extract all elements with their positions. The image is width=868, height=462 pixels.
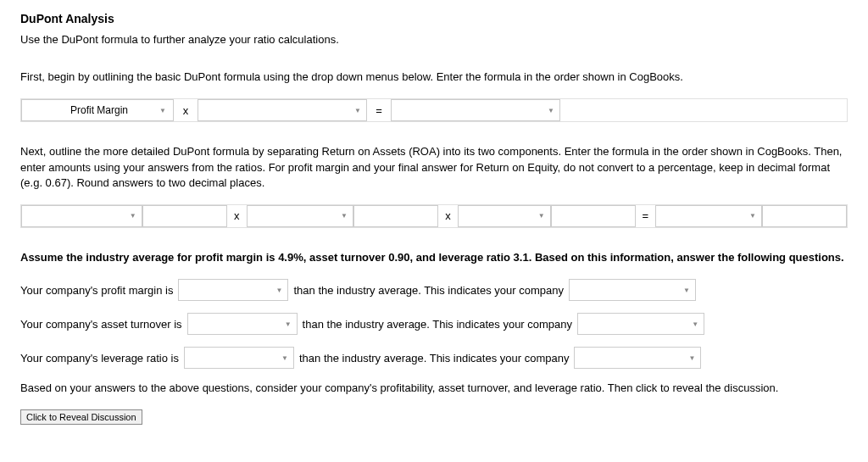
basic-formula-row: Profit Margin ▼ x ▼ = ▼: [20, 98, 848, 122]
q2-indicates-dropdown[interactable]: ▼: [577, 313, 704, 335]
q3-compare-dropdown[interactable]: ▼: [184, 347, 294, 369]
equals-operator: =: [367, 99, 391, 121]
chevron-down-icon: ▼: [281, 354, 288, 362]
formula2-slot1-dropdown[interactable]: ▼: [21, 205, 142, 227]
equals-operator: =: [636, 205, 655, 227]
chevron-down-icon: ▼: [548, 107, 554, 114]
multiply-operator: x: [174, 99, 198, 121]
q2-midtext: than the industry average. This indicate…: [303, 318, 572, 331]
formula2-num4-input[interactable]: [762, 205, 847, 227]
q2-pretext: Your company's asset turnover is: [20, 318, 182, 331]
q3-midtext: than the industry average. This indicate…: [299, 352, 569, 365]
detailed-formula-row: ▼ x ▼ x ▼ = ▼: [20, 204, 848, 228]
chevron-down-icon: ▼: [285, 320, 292, 328]
question-asset-turnover: Your company's asset turnover is ▼ than …: [20, 313, 848, 335]
formula1-slot1-value: Profit Margin: [70, 104, 128, 116]
page-title: DuPont Analysis: [20, 12, 848, 25]
chevron-down-icon: ▼: [276, 287, 283, 294]
chevron-down-icon: ▼: [689, 354, 696, 362]
formula1-slot3-dropdown[interactable]: ▼: [391, 99, 560, 121]
q1-pretext: Your company's profit margin is: [20, 284, 173, 297]
formula1-slot1-dropdown[interactable]: Profit Margin ▼: [21, 99, 174, 121]
closing-text: Based on your answers to the above quest…: [20, 381, 848, 396]
multiply-operator: x: [227, 205, 247, 227]
step2-instructions: Next, outline the more detailed DuPont f…: [20, 144, 848, 191]
q1-midtext: than the industry average. This indicate…: [293, 284, 563, 297]
formula2-num2-input[interactable]: [353, 205, 438, 227]
formula2-slot4-dropdown[interactable]: ▼: [655, 205, 762, 227]
chevron-down-icon: ▼: [354, 107, 361, 114]
formula2-slot3-dropdown[interactable]: ▼: [458, 205, 551, 227]
chevron-down-icon: ▼: [683, 287, 690, 294]
q2-compare-dropdown[interactable]: ▼: [187, 313, 298, 335]
chevron-down-icon: ▼: [341, 212, 348, 220]
chevron-down-icon: ▼: [538, 212, 545, 220]
chevron-down-icon: ▼: [749, 212, 756, 220]
multiply-operator: x: [438, 205, 458, 227]
formula2-num3-input[interactable]: [551, 205, 636, 227]
chevron-down-icon: ▼: [692, 320, 698, 328]
formula1-slot2-dropdown[interactable]: ▼: [198, 99, 367, 121]
chevron-down-icon: ▼: [130, 212, 136, 220]
q1-indicates-dropdown[interactable]: ▼: [569, 279, 696, 301]
assume-text: Assume the industry average for profit m…: [20, 250, 848, 265]
intro-text: Use the DuPont formula to further analyz…: [20, 32, 848, 47]
formula2-slot2-dropdown[interactable]: ▼: [247, 205, 353, 227]
chevron-down-icon: ▼: [159, 107, 166, 114]
q1-compare-dropdown[interactable]: ▼: [178, 279, 288, 301]
formula2-num1-input[interactable]: [142, 205, 227, 227]
step1-instructions: First, begin by outlining the basic DuPo…: [20, 70, 848, 85]
question-leverage-ratio: Your company's leverage ratio is ▼ than …: [20, 347, 848, 369]
reveal-discussion-button[interactable]: Click to Reveal Discussion: [20, 409, 142, 425]
q3-pretext: Your company's leverage ratio is: [20, 352, 179, 365]
question-profit-margin: Your company's profit margin is ▼ than t…: [20, 279, 848, 301]
q3-indicates-dropdown[interactable]: ▼: [574, 347, 701, 369]
